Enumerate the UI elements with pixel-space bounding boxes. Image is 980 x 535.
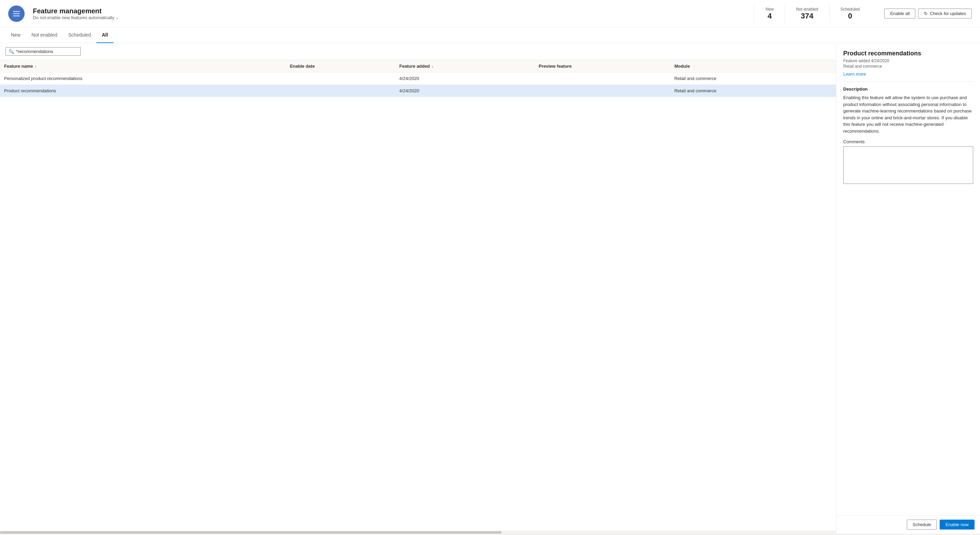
stats-block: New 4 Not enabled 374 Scheduled 0 bbox=[754, 4, 870, 23]
stat-not-enabled: Not enabled 374 bbox=[785, 4, 829, 23]
tab-scheduled[interactable]: Scheduled bbox=[63, 27, 96, 43]
sort-asc-icon: ↑ bbox=[35, 65, 37, 68]
main-content: 🔍 Feature name ↑ Enable date bbox=[0, 43, 980, 533]
sort-desc-icon: ↓ bbox=[431, 65, 433, 68]
table-panel: 🔍 Feature name ↑ Enable date bbox=[0, 43, 836, 533]
enable-all-button[interactable]: Enable all bbox=[884, 8, 915, 19]
col-preview-feature-label: Preview feature bbox=[539, 64, 572, 69]
divider-1 bbox=[843, 81, 973, 82]
features-table: Feature name ↑ Enable date Feature added… bbox=[0, 60, 836, 97]
schedule-button[interactable]: Schedule bbox=[907, 520, 937, 530]
search-bar: 🔍 bbox=[0, 43, 836, 60]
title-block: Feature management Do not enable new fea… bbox=[33, 7, 746, 20]
col-feature-name[interactable]: Feature name ↑ bbox=[0, 60, 286, 73]
detail-feature-added: Feature added 4/24/2020 bbox=[843, 59, 973, 63]
tab-new[interactable]: New bbox=[5, 27, 26, 43]
col-preview-feature[interactable]: Preview feature bbox=[535, 60, 671, 73]
search-icon: 🔍 bbox=[8, 49, 14, 54]
stat-not-enabled-label: Not enabled bbox=[796, 7, 818, 12]
stat-new: New 4 bbox=[754, 4, 785, 23]
svg-rect-1 bbox=[13, 13, 20, 14]
cell-feature-added: 4/24/2020 bbox=[395, 73, 535, 85]
detail-panel: Product recommendations Feature added 4/… bbox=[836, 43, 980, 533]
check-updates-button[interactable]: ↻ Check for updates bbox=[918, 8, 972, 19]
table-row[interactable]: Personalized product recommendations 4/2… bbox=[0, 73, 836, 85]
detail-body: Product recommendations Feature added 4/… bbox=[836, 43, 980, 515]
col-enable-date-label: Enable date bbox=[290, 64, 315, 69]
description-text: Enabling this feature will allow the sys… bbox=[843, 94, 973, 134]
refresh-icon: ↻ bbox=[924, 11, 928, 16]
svg-rect-0 bbox=[13, 11, 20, 12]
subtitle-text: Do not enable new features automatically bbox=[33, 15, 114, 20]
cell-preview-feature bbox=[535, 85, 671, 97]
header-buttons: Enable all ↻ Check for updates bbox=[884, 8, 972, 19]
cell-module: Retail and commerce bbox=[670, 85, 836, 97]
col-enable-date[interactable]: Enable date bbox=[286, 60, 395, 73]
col-feature-added-label: Feature added bbox=[399, 64, 430, 69]
tabs-bar: New Not enabled Scheduled All bbox=[0, 27, 980, 43]
comments-textarea[interactable] bbox=[843, 146, 973, 184]
description-title: Description bbox=[843, 86, 973, 92]
table-row[interactable]: Product recommendations 4/24/2020 Retail… bbox=[0, 85, 836, 97]
page-header: Feature management Do not enable new fea… bbox=[0, 0, 980, 27]
stat-not-enabled-value: 374 bbox=[801, 12, 813, 21]
stat-new-label: New bbox=[765, 7, 774, 12]
check-updates-label: Check for updates bbox=[930, 11, 966, 16]
tab-all[interactable]: All bbox=[96, 27, 113, 43]
col-feature-name-label: Feature name bbox=[4, 64, 33, 69]
col-feature-added[interactable]: Feature added ↓ bbox=[395, 60, 535, 73]
table-container: Feature name ↑ Enable date Feature added… bbox=[0, 60, 836, 531]
cell-enable-date bbox=[286, 73, 395, 85]
enable-now-button[interactable]: Enable now bbox=[940, 520, 975, 530]
subtitle-dropdown[interactable]: Do not enable new features automatically… bbox=[33, 15, 746, 20]
app-icon bbox=[8, 5, 25, 22]
comments-label: Comments bbox=[843, 139, 973, 144]
col-module[interactable]: Module bbox=[670, 60, 836, 73]
stat-scheduled-label: Scheduled bbox=[840, 7, 860, 12]
cell-feature-added: 4/24/2020 bbox=[395, 85, 535, 97]
tab-not-enabled[interactable]: Not enabled bbox=[26, 27, 63, 43]
stat-scheduled-value: 0 bbox=[848, 12, 852, 21]
svg-rect-2 bbox=[13, 15, 20, 16]
search-input[interactable] bbox=[16, 49, 78, 54]
learn-more-link[interactable]: Learn more bbox=[843, 71, 866, 76]
chevron-down-icon: ⌄ bbox=[116, 15, 119, 20]
detail-module: Retail and commerce bbox=[843, 64, 973, 69]
cell-feature-name: Personalized product recommendations bbox=[0, 73, 286, 85]
stat-scheduled: Scheduled 0 bbox=[829, 4, 871, 23]
table-header-row: Feature name ↑ Enable date Feature added… bbox=[0, 60, 836, 73]
cell-module: Retail and commerce bbox=[670, 73, 836, 85]
col-module-label: Module bbox=[674, 64, 690, 69]
page-title: Feature management bbox=[33, 7, 746, 15]
horizontal-scrollbar[interactable] bbox=[0, 531, 836, 533]
scroll-thumb[interactable] bbox=[0, 531, 502, 533]
cell-preview-feature bbox=[535, 73, 671, 85]
cell-feature-name: Product recommendations bbox=[0, 85, 286, 97]
detail-footer: Schedule Enable now bbox=[836, 515, 980, 533]
search-input-wrapper[interactable]: 🔍 bbox=[5, 47, 81, 56]
stat-new-value: 4 bbox=[768, 12, 772, 21]
detail-title: Product recommendations bbox=[843, 50, 973, 57]
cell-enable-date bbox=[286, 85, 395, 97]
